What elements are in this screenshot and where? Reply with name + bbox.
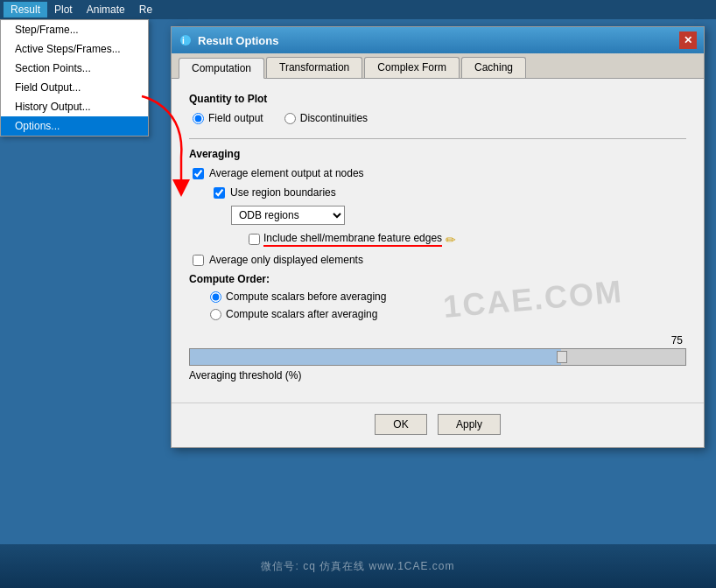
odb-regions-select[interactable]: ODB regions: [231, 206, 345, 225]
bottom-bar-text: 微信号: cq 仿真在线 www.1CAE.com: [261, 559, 454, 574]
dialog-icon: i: [179, 33, 193, 47]
slider-section: 75 Averaging threshold (%): [189, 334, 686, 382]
odb-regions-row: ODB regions: [210, 206, 686, 225]
menu-plot[interactable]: Plot: [47, 2, 80, 18]
include-shell-label: Include shell/membrane feature edges: [263, 232, 442, 247]
tab-computation[interactable]: Computation: [179, 58, 264, 79]
averaging-heading: Averaging: [189, 148, 686, 160]
tab-caching[interactable]: Caching: [461, 57, 526, 78]
shell-membrane-row: Include shell/membrane feature edges ✏: [210, 232, 686, 247]
radio-field-output[interactable]: Field output: [193, 112, 263, 124]
compute-order-section: Compute Order: Compute scalars before av…: [189, 273, 686, 320]
cb-include-shell[interactable]: [249, 234, 260, 245]
slider-thumb[interactable]: [557, 351, 567, 363]
radio-compute-before[interactable]: Compute scalars before averaging: [210, 290, 686, 303]
pencil-icon[interactable]: ✏: [446, 233, 456, 247]
dialog-footer: OK Apply: [172, 402, 704, 447]
svg-text:i: i: [182, 36, 185, 46]
quantity-radio-group: Field output Discontinuities: [189, 112, 686, 124]
cb-use-region[interactable]: Use region boundaries: [210, 186, 686, 199]
radio-compute-after[interactable]: Compute scalars after averaging: [210, 308, 686, 320]
compute-order-label: Compute Order:: [189, 273, 686, 285]
bottom-bar: 微信号: cq 仿真在线 www.1CAE.com: [0, 544, 716, 588]
cb-average-element[interactable]: Average element output at nodes: [189, 167, 686, 179]
averaging-threshold-label: Averaging threshold (%): [189, 369, 686, 382]
dropdown-menu: Step/Frame... Active Steps/Frames... Sec…: [0, 19, 149, 136]
dropdown-field-output[interactable]: Field Output...: [1, 78, 148, 97]
tab-transformation[interactable]: Transformation: [266, 57, 362, 78]
cb-average-displayed[interactable]: Average only displayed elements: [189, 254, 686, 266]
radio-discontinuities[interactable]: Discontinuities: [284, 112, 368, 124]
dropdown-history-output[interactable]: History Output...: [1, 97, 148, 116]
dialog-title: i Result Options: [179, 33, 278, 47]
slider-value-display: 75: [189, 334, 686, 346]
tab-bar: Computation Transformation Complex Form …: [172, 53, 704, 79]
slider-track: [189, 348, 686, 366]
dropdown-step-frame[interactable]: Step/Frame...: [1, 20, 148, 39]
ok-button[interactable]: OK: [375, 414, 427, 435]
menu-bar: Result Plot Animate Re: [0, 0, 716, 19]
menu-result[interactable]: Result: [4, 2, 47, 18]
quantity-to-plot-heading: Quantity to Plot: [189, 93, 686, 105]
dropdown-options[interactable]: Options...: [1, 116, 148, 136]
apply-button[interactable]: Apply: [438, 414, 501, 435]
menu-re[interactable]: Re: [132, 2, 159, 18]
dialog-titlebar: i Result Options ✕: [172, 27, 704, 53]
compute-radio-group: Compute scalars before averaging Compute…: [189, 290, 686, 320]
tab-complex-form[interactable]: Complex Form: [364, 57, 460, 78]
dropdown-section-points[interactable]: Section Points...: [1, 59, 148, 78]
tab-content-computation: Quantity to Plot Field output Discontinu…: [172, 79, 704, 396]
dialog-result-options: i Result Options ✕ Computation Transform…: [171, 26, 705, 448]
dialog-close-button[interactable]: ✕: [679, 32, 697, 49]
dropdown-active-steps[interactable]: Active Steps/Frames...: [1, 39, 148, 59]
menu-animate[interactable]: Animate: [80, 2, 132, 18]
